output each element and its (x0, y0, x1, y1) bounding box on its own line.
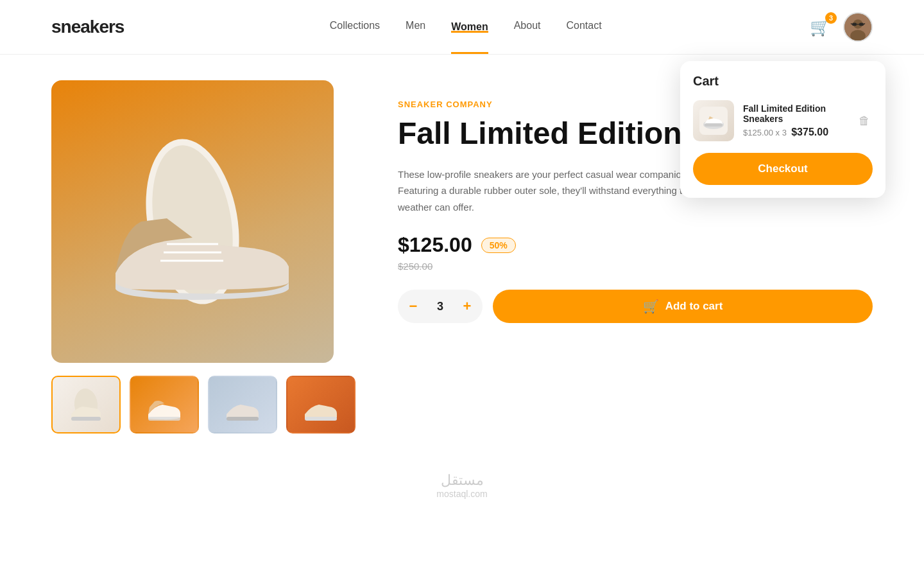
cart-button[interactable]: 🛒 3 (807, 15, 833, 40)
user-avatar[interactable] (843, 12, 873, 42)
checkout-button[interactable]: Checkout (693, 153, 873, 185)
thumbnail-3[interactable] (208, 376, 277, 434)
svg-rect-4 (859, 23, 864, 26)
svg-rect-19 (227, 417, 259, 421)
svg-rect-17 (71, 417, 101, 421)
nav-men[interactable]: Men (406, 20, 425, 34)
cart-dropdown-title: Cart (693, 74, 873, 89)
logo[interactable]: sneakers (51, 17, 124, 37)
avatar-image (844, 13, 871, 40)
watermark: مستقل mostaql.com (0, 459, 924, 505)
add-to-cart-label: Add to cart (665, 300, 723, 313)
svg-rect-3 (852, 23, 857, 26)
quantity-control: − 3 + (398, 290, 483, 323)
svg-rect-20 (305, 417, 337, 421)
price-row: $125.00 50% (398, 233, 873, 257)
add-to-cart-button[interactable]: 🛒 Add to cart (493, 290, 873, 323)
thumbnail-2[interactable] (130, 376, 199, 434)
qty-cart-row: − 3 + 🛒 Add to cart (398, 290, 873, 323)
cart-item-name: Fall Limited Edition Sneakers (743, 103, 847, 124)
quantity-increase-button[interactable]: + (452, 290, 483, 323)
thumbnail-row (51, 376, 359, 434)
svg-rect-10 (705, 123, 723, 127)
cart-badge: 3 (825, 12, 837, 24)
original-price: $250.00 (398, 261, 873, 272)
nav-collections[interactable]: Collections (330, 20, 380, 34)
nav-about[interactable]: About (514, 20, 541, 34)
watermark-arabic: مستقل (0, 472, 924, 489)
cart-item-image (693, 100, 734, 141)
svg-rect-18 (148, 417, 180, 421)
cart-item-price: $125.00 x 3 $375.00 (743, 127, 847, 138)
nav-right: 🛒 3 (807, 12, 873, 42)
cart-item: Fall Limited Edition Sneakers $125.00 x … (693, 100, 873, 141)
watermark-url: mostaql.com (0, 489, 924, 499)
cart-icon-button: 🛒 (643, 299, 659, 314)
main-product-image (51, 80, 334, 363)
cart-delete-button[interactable]: 🗑 (856, 112, 873, 130)
navbar: sneakers Collections Men Women About Con… (0, 0, 924, 55)
cart-item-total: $375.00 (791, 127, 828, 137)
product-price: $125.00 (398, 233, 472, 257)
thumbnail-1[interactable] (51, 376, 121, 434)
cart-item-info: Fall Limited Edition Sneakers $125.00 x … (743, 103, 847, 138)
nav-contact[interactable]: Contact (566, 20, 601, 34)
product-images (51, 80, 359, 434)
quantity-decrease-button[interactable]: − (398, 290, 429, 323)
cart-dropdown: Cart Fall Limited Edition Sneakers $125.… (680, 61, 886, 198)
svg-point-2 (850, 30, 866, 42)
discount-badge: 50% (481, 238, 516, 253)
thumbnail-4[interactable] (286, 376, 355, 434)
trash-icon: 🗑 (859, 114, 870, 127)
nav-links: Collections Men Women About Contact (330, 20, 602, 34)
quantity-value: 3 (429, 300, 452, 313)
product-description: These low-profile sneakers are your perf… (398, 166, 719, 216)
